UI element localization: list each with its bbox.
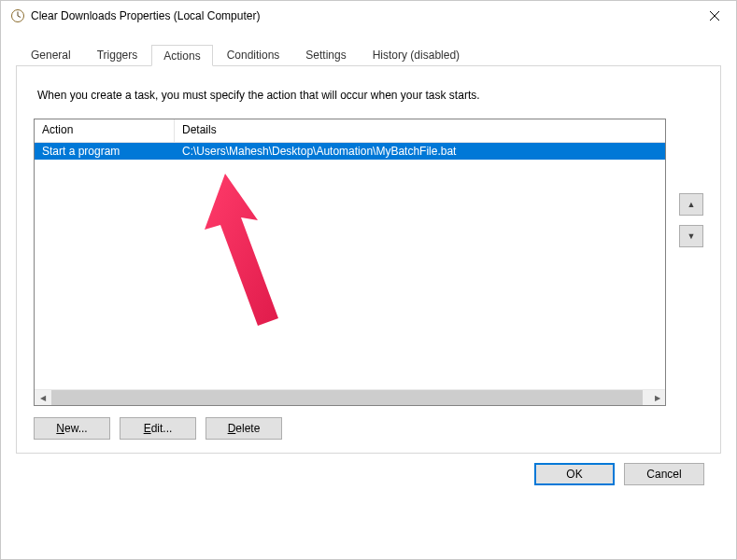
tab-history[interactable]: History (disabled) bbox=[361, 44, 472, 65]
tab-actions[interactable]: Actions bbox=[151, 45, 212, 66]
move-down-button[interactable]: ▼ bbox=[679, 225, 703, 247]
intro-text: When you create a task, you must specify… bbox=[37, 89, 700, 102]
scroll-left-button[interactable]: ◀ bbox=[35, 390, 50, 405]
actions-listview[interactable]: Action Details Start a program C:\Users\… bbox=[34, 119, 666, 406]
chevron-right-icon: ▶ bbox=[655, 394, 660, 402]
tab-label: Settings bbox=[305, 49, 346, 62]
action-buttons-row: New... Edit... Delete bbox=[34, 417, 703, 440]
listview-header: Action Details bbox=[35, 119, 665, 143]
window-title: Clear Downloads Properties (Local Comput… bbox=[31, 9, 693, 22]
scroll-thumb[interactable] bbox=[51, 390, 643, 405]
accel: N bbox=[56, 422, 64, 435]
task-scheduler-icon bbox=[10, 8, 25, 23]
accel: D bbox=[228, 422, 236, 435]
tab-triggers[interactable]: Triggers bbox=[85, 44, 150, 65]
tab-label: Conditions bbox=[227, 49, 280, 62]
tab-conditions[interactable]: Conditions bbox=[215, 44, 292, 65]
button-label: OK bbox=[566, 468, 582, 481]
tab-settings[interactable]: Settings bbox=[293, 44, 358, 65]
dialog-client: General Triggers Actions Conditions Sett… bbox=[1, 31, 736, 497]
ok-button[interactable]: OK bbox=[534, 463, 615, 485]
chevron-down-icon: ▼ bbox=[687, 231, 696, 241]
label-rest: ew... bbox=[64, 422, 88, 435]
horizontal-scrollbar[interactable]: ◀ ▶ bbox=[35, 389, 665, 405]
column-header-details[interactable]: Details bbox=[175, 119, 665, 142]
close-button[interactable] bbox=[693, 1, 736, 31]
delete-button[interactable]: Delete bbox=[206, 417, 282, 440]
list-with-side-buttons: Action Details Start a program C:\Users\… bbox=[34, 119, 703, 406]
dialog-buttons: OK Cancel bbox=[16, 454, 721, 485]
chevron-left-icon: ◀ bbox=[40, 394, 46, 402]
button-label: Cancel bbox=[646, 468, 681, 481]
accel: E bbox=[144, 422, 151, 435]
tab-label: Triggers bbox=[97, 49, 138, 62]
scroll-right-button[interactable]: ▶ bbox=[649, 390, 665, 405]
edit-button[interactable]: Edit... bbox=[120, 417, 196, 440]
reorder-buttons: ▲ ▼ bbox=[679, 119, 703, 406]
cancel-button[interactable]: Cancel bbox=[624, 463, 704, 485]
titlebar: Clear Downloads Properties (Local Comput… bbox=[1, 1, 736, 31]
tab-label: Actions bbox=[163, 49, 200, 63]
new-button[interactable]: New... bbox=[34, 417, 110, 440]
scroll-track[interactable] bbox=[51, 390, 648, 405]
cell-action: Start a program bbox=[35, 144, 175, 159]
move-up-button[interactable]: ▲ bbox=[679, 193, 703, 216]
label-rest: elete bbox=[235, 422, 260, 435]
label-rest: dit... bbox=[151, 422, 173, 435]
chevron-up-icon: ▲ bbox=[687, 200, 696, 209]
tab-panel-actions: When you create a task, you must specify… bbox=[16, 66, 721, 454]
column-header-action[interactable]: Action bbox=[35, 119, 175, 142]
tabstrip: General Triggers Actions Conditions Sett… bbox=[16, 44, 721, 66]
list-item[interactable]: Start a program C:\Users\Mahesh\Desktop\… bbox=[35, 143, 665, 160]
tab-label: History (disabled) bbox=[373, 49, 460, 62]
cell-details: C:\Users\Mahesh\Desktop\Automation\MyBat… bbox=[175, 144, 665, 159]
tab-general[interactable]: General bbox=[19, 44, 83, 65]
close-icon bbox=[710, 11, 719, 21]
listview-rows: Start a program C:\Users\Mahesh\Desktop\… bbox=[35, 143, 665, 389]
tab-label: General bbox=[31, 49, 71, 62]
